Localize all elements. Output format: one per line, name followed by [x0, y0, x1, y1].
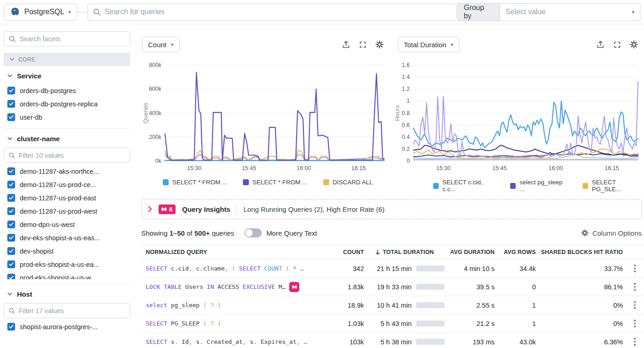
- facet-item[interactable]: demo-dpn-us-west: [4, 218, 130, 231]
- checkbox-checked[interactable]: [7, 181, 15, 188]
- svg-text:400k: 400k: [149, 110, 162, 116]
- col-count[interactable]: COUNT: [338, 249, 367, 255]
- facet-group-header-cluster-name[interactable]: cluster-name: [4, 129, 130, 147]
- chart1-legend: SELECT * FROM ...SELECT * FROM ...DISCAR…: [163, 179, 373, 186]
- group-by-select[interactable]: Select value ▾: [500, 3, 640, 21]
- facet-item[interactable]: demo-11287-us-prod-ce...: [4, 178, 130, 191]
- row-menu-kebab-icon[interactable]: [626, 318, 644, 329]
- facet-filter-input-host[interactable]: Filter 17 values: [4, 303, 130, 318]
- row-menu-kebab-icon[interactable]: [626, 336, 644, 348]
- checkbox-checked[interactable]: [7, 113, 15, 121]
- chevron-down-icon: ▾: [632, 10, 634, 15]
- svg-text:16:15: 16:15: [352, 165, 366, 171]
- table-row[interactable]: SELECT s. Id, s. Created_at, s. Expires_…: [141, 333, 644, 348]
- product-name: PostgreSQL: [24, 8, 64, 16]
- svg-text:800k: 800k: [149, 62, 162, 68]
- legend-item[interactable]: SELECT * FROM ...: [163, 179, 227, 186]
- col-normalized-query[interactable]: NORMALIZED QUERY: [146, 249, 338, 255]
- hit-ratio-cell: 0%: [539, 302, 626, 309]
- fullscreen-icon[interactable]: [613, 41, 621, 49]
- col-avg-duration[interactable]: AVG DURATION: [445, 249, 497, 255]
- facet-item[interactable]: user-db: [4, 110, 130, 124]
- legend-item[interactable]: select pg_sleep ...: [510, 179, 567, 193]
- facet-groups: Serviceorders-db-postgresorders-db-postg…: [4, 66, 130, 333]
- facet-item[interactable]: demo-11287-us-prod-east: [4, 191, 130, 204]
- facet-group-header-host[interactable]: Host: [4, 284, 130, 302]
- legend-item[interactable]: SELECT PG_SLE...: [583, 179, 644, 193]
- facet-item[interactable]: prod-eks-shopist-a-us-ea...: [4, 258, 130, 271]
- row-menu-kebab-icon[interactable]: [626, 299, 644, 311]
- checkbox-checked[interactable]: [7, 194, 15, 202]
- facet-filter-input-cluster-name[interactable]: Filter 10 values: [4, 148, 130, 163]
- facet-item[interactable]: prod-eks-shopist-a-us-w: [4, 271, 130, 279]
- svg-text:0k: 0k: [155, 158, 162, 164]
- fullscreen-icon[interactable]: [359, 41, 367, 49]
- svg-text:Queries: Queries: [142, 102, 149, 123]
- checkbox-checked[interactable]: [7, 260, 15, 268]
- insights-badge: 8: [159, 204, 176, 214]
- checkbox-checked[interactable]: [7, 323, 15, 331]
- gear-icon[interactable]: [630, 40, 638, 49]
- normalized-query-cell[interactable]: select pg_sleep ( ? ): [146, 302, 338, 309]
- facet-item[interactable]: dev-shopist: [4, 244, 130, 258]
- count-chart[interactable]: 0k200k400k600k800k15:3015:4516:0016:15Qu…: [141, 57, 387, 174]
- col-avg-rows[interactable]: AVG ROWS: [497, 249, 539, 255]
- normalized-query-cell[interactable]: SELECT s. Id, s. Created_at, s. Expires_…: [146, 338, 338, 345]
- col-total-duration[interactable]: TOTAL DURATION: [367, 249, 445, 255]
- table-row[interactable]: SELECT c.cid, c.clname, ( SELECT COUNT (…: [141, 260, 644, 278]
- row-menu-kebab-icon[interactable]: [626, 281, 644, 293]
- svg-text:15:45: 15:45: [242, 165, 256, 171]
- checkbox-checked[interactable]: [7, 87, 15, 94]
- facet-item[interactable]: orders-db-postgres-replica: [4, 97, 130, 110]
- legend-item[interactable]: DISCARD ALL: [323, 179, 373, 186]
- facet-item-label: demo-11287-aks-northce...: [20, 168, 99, 175]
- export-icon[interactable]: [342, 40, 350, 49]
- row-menu-kebab-icon[interactable]: [626, 263, 644, 274]
- checkbox-checked[interactable]: [7, 207, 15, 215]
- svg-text:16:15: 16:15: [605, 165, 619, 171]
- normalized-query-cell[interactable]: LOCK TABLE Users IN ACCESS EXCLUSIVE M…: [146, 282, 338, 292]
- checkbox-checked[interactable]: [7, 167, 15, 175]
- facet-item-label: demo-11287-us-prod-west: [20, 208, 97, 215]
- facet-item[interactable]: demo-11287-aks-northce...: [4, 165, 130, 178]
- checkbox-checked[interactable]: [7, 234, 15, 242]
- core-section-header[interactable]: CORE: [4, 53, 130, 66]
- top-bar: PostgreSQL ▾ Search for queries Group by…: [0, 0, 644, 24]
- gear-icon: [581, 229, 589, 237]
- legend-item[interactable]: SELECT * FROM ...: [243, 179, 308, 186]
- table-row[interactable]: LOCK TABLE Users IN ACCESS EXCLUSIVE M…1…: [141, 278, 644, 296]
- chart2-metric-selector[interactable]: Total Duration ▾: [398, 37, 459, 52]
- table-row[interactable]: select pg_sleep ( ? )18.9k10 h 41 min2.5…: [141, 296, 644, 315]
- total-duration-chart[interactable]: 00.20.40.60.811.21.41.615:3015:4516:0016…: [393, 57, 642, 174]
- hit-ratio-cell: 33.7%: [539, 265, 626, 272]
- facet-item[interactable]: orders-db-postgres: [4, 84, 130, 97]
- facet-group-header-service[interactable]: Service: [4, 66, 130, 84]
- col-shared-blocks-hit-ratio[interactable]: SHARED BLOCKS HIT RATIO: [539, 249, 626, 255]
- query-insights-banner[interactable]: 8 Query Insights Long Running Queries (2…: [141, 199, 642, 219]
- query-search-input[interactable]: Search for queries: [88, 4, 457, 21]
- total-duration-cell: 19 h 33 min: [367, 283, 445, 291]
- chart2-header: Total Duration ▾: [398, 37, 638, 52]
- facet-item[interactable]: demo-11287-us-prod-west: [4, 204, 130, 218]
- facet-search-input[interactable]: Search facets: [4, 31, 130, 46]
- legend-item[interactable]: SELECT c.cid, c.c...: [433, 179, 495, 193]
- more-query-text-toggle[interactable]: [244, 228, 262, 238]
- gear-icon[interactable]: [375, 40, 384, 49]
- checkbox-checked[interactable]: [7, 247, 15, 255]
- checkbox-checked[interactable]: [7, 221, 15, 228]
- legend-swatch: [510, 183, 516, 189]
- checkbox-checked[interactable]: [7, 100, 15, 108]
- svg-text:0.4: 0.4: [402, 134, 410, 140]
- row-insight-badge[interactable]: [289, 282, 299, 292]
- normalized-query-cell[interactable]: SELECT PG_SLEEP ( ? ): [146, 320, 338, 327]
- normalized-query-cell[interactable]: SELECT c.cid, c.clname, ( SELECT COUNT (…: [146, 265, 338, 272]
- facet-item[interactable]: dev-eks-shopist-a-us-eas...: [4, 231, 130, 244]
- table-row[interactable]: SELECT PG_SLEEP ( ? )1.03k5 h 43 min21.2…: [141, 315, 644, 333]
- column-options-button[interactable]: Column Options: [581, 229, 642, 237]
- table-body: SELECT c.cid, c.clname, ( SELECT COUNT (…: [141, 260, 644, 348]
- checkbox-checked[interactable]: [7, 274, 15, 279]
- facet-item[interactable]: shopist-aurora-postgres-...: [4, 320, 130, 333]
- chart1-metric-selector[interactable]: Count ▾: [142, 37, 180, 52]
- product-selector[interactable]: PostgreSQL ▾: [4, 4, 77, 21]
- export-icon[interactable]: [596, 40, 605, 49]
